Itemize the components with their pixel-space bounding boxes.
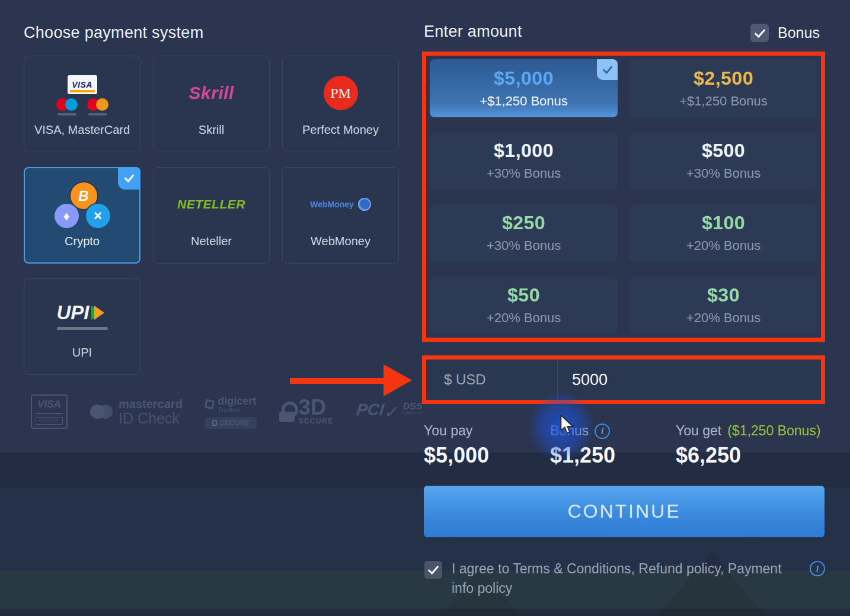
amount-value: $100 — [702, 212, 745, 234]
lock-icon — [212, 420, 217, 426]
payment-method-webmoney[interactable]: WebMoney WebMoney — [282, 167, 399, 264]
upi-arrow-orange-icon — [94, 306, 104, 320]
selected-check-icon — [597, 59, 618, 80]
payment-method-label: Perfect Money — [302, 123, 379, 137]
selected-check-icon — [118, 167, 140, 190]
mastercard-circles-icon — [90, 405, 113, 419]
amount-option-1000[interactable]: $1,000 +30% Bonus — [430, 131, 618, 190]
payment-method-label: VISA, MasterCard — [34, 123, 130, 137]
bonus-summary: Bonus i $1,250 — [550, 423, 615, 468]
amount-bonus: +30% Bonus — [686, 166, 760, 181]
terms-agree-text[interactable]: I agree to Terms & Conditions, Refund po… — [452, 559, 782, 598]
bonus-checkbox[interactable] — [750, 24, 769, 42]
annotation-arrow-shaft — [290, 378, 384, 384]
amount-option-100[interactable]: $100 +20% Bonus — [629, 204, 817, 262]
bonus-value: $1,250 — [550, 443, 615, 468]
payment-method-visa-mastercard[interactable]: VISA VISA, MasterCard — [24, 56, 140, 152]
terms-agree-row: I agree to Terms & Conditions, Refund po… — [424, 559, 825, 598]
amount-option-2500[interactable]: $2,500 +$1,250 Bonus — [629, 59, 817, 117]
trust-badges-row: VISA SECURE mastercard ID Check digicert… — [31, 394, 426, 429]
payment-method-label: Skrill — [199, 123, 224, 137]
you-get-bonus-note: ($1,250 Bonus) — [727, 423, 820, 439]
payment-method-neteller[interactable]: NETELLER Neteller — [153, 167, 270, 264]
bonus-label: Bonus — [550, 423, 589, 439]
amount-bonus: +$1,250 Bonus — [480, 94, 568, 109]
amount-value: $1,000 — [494, 140, 554, 162]
webmoney-logo-icon: WebMoney — [310, 182, 371, 226]
neteller-logo-icon: NETELLER — [177, 182, 245, 226]
payment-methods-grid: VISA VISA, MasterCard Skrill Skrill PM P… — [24, 56, 399, 375]
upi-wordmark-bar — [57, 327, 108, 330]
you-pay-summary: You pay $5,000 — [424, 423, 489, 468]
mastercard-icon — [87, 98, 108, 111]
amount-bonus: +20% Bonus — [686, 310, 760, 326]
check-icon: ✓ — [384, 402, 401, 422]
payment-method-upi[interactable]: UPI UPI — [24, 278, 140, 375]
payment-method-label: WebMoney — [311, 235, 370, 248]
annotation-arrow-head — [384, 364, 412, 396]
currency-label: $ USD — [426, 360, 558, 400]
you-get-summary: You get ($1,250 Bonus) $6,250 — [676, 423, 820, 468]
payment-method-label: Crypto — [65, 235, 100, 248]
amount-option-250[interactable]: $250 +30% Bonus — [430, 204, 618, 262]
skrill-logo-icon: Skrill — [188, 71, 234, 115]
amount-value: $2,500 — [694, 68, 753, 89]
payment-method-skrill[interactable]: Skrill Skrill — [153, 56, 270, 152]
amount-value: $30 — [707, 284, 740, 306]
amount-bonus: +30% Bonus — [487, 166, 561, 181]
maestro-icon — [56, 98, 78, 111]
amount-bonus: +20% Bonus — [487, 310, 561, 326]
amount-option-30[interactable]: $30 +20% Bonus — [629, 276, 817, 334]
choose-payment-title: Choose payment system — [24, 24, 203, 42]
amount-value: $500 — [702, 140, 745, 162]
amount-value: $5,000 — [494, 68, 554, 89]
amount-option-500[interactable]: $500 +30% Bonus — [629, 131, 817, 190]
digicert-icon — [204, 399, 215, 409]
ethereum-icon: ♦ — [55, 204, 79, 228]
amount-options-annotated-box: $5,000 +$1,250 Bonus $2,500 +$1,250 Bonu… — [422, 52, 825, 342]
amount-input-annotated-box: $ USD — [422, 355, 825, 404]
mastercard-id-check-badge: mastercard ID Check — [90, 397, 183, 426]
crypto-coins-icon: B ♦ ✕ — [53, 182, 111, 226]
padlock-icon — [279, 402, 295, 422]
payment-method-label: UPI — [72, 346, 92, 360]
ripple-icon: ✕ — [86, 204, 110, 228]
pci-dss-badge: PCI ✓ DSS COMPLIANT — [355, 402, 427, 422]
amount-option-50[interactable]: $50 +20% Bonus — [430, 276, 618, 334]
enter-amount-title: Enter amount — [424, 23, 522, 41]
amount-bonus: +20% Bonus — [686, 238, 760, 254]
perfect-money-logo-icon: PM — [324, 71, 358, 115]
digicert-badge: digicert Trusted SECURE — [205, 395, 257, 429]
amount-input[interactable] — [558, 360, 821, 400]
payment-method-perfect-money[interactable]: PM Perfect Money — [282, 56, 399, 152]
amount-bonus: +$1,250 Bonus — [679, 94, 768, 109]
bonus-toggle[interactable]: Bonus — [750, 24, 820, 42]
upi-logo-icon: UPI — [57, 294, 108, 338]
globe-icon — [358, 198, 371, 211]
payment-method-crypto[interactable]: B ♦ ✕ Crypto — [24, 167, 140, 264]
amount-option-5000[interactable]: $5,000 +$1,250 Bonus — [430, 59, 618, 117]
continue-button[interactable]: CONTINUE — [424, 486, 825, 537]
amount-value: $50 — [507, 284, 540, 306]
visa-mastercard-icon: VISA — [56, 71, 108, 115]
bonus-info-icon[interactable]: i — [595, 424, 610, 439]
you-get-value: $6,250 — [676, 443, 820, 468]
you-pay-label: You pay — [424, 423, 489, 439]
terms-info-icon[interactable]: i — [810, 561, 825, 576]
terms-checkbox[interactable] — [424, 561, 442, 579]
visa-secure-badge: VISA SECURE — [31, 394, 68, 429]
you-get-label: You get — [676, 423, 721, 439]
amount-bonus: +30% Bonus — [487, 238, 561, 254]
amount-value: $250 — [502, 212, 545, 234]
you-pay-value: $5,000 — [424, 443, 489, 468]
bonus-toggle-label: Bonus — [778, 24, 820, 41]
payment-method-label: Neteller — [191, 235, 232, 248]
amount-options-grid: $5,000 +$1,250 Bonus $2,500 +$1,250 Bonu… — [430, 59, 817, 334]
3d-secure-badge: 3D SECURE — [279, 398, 334, 425]
